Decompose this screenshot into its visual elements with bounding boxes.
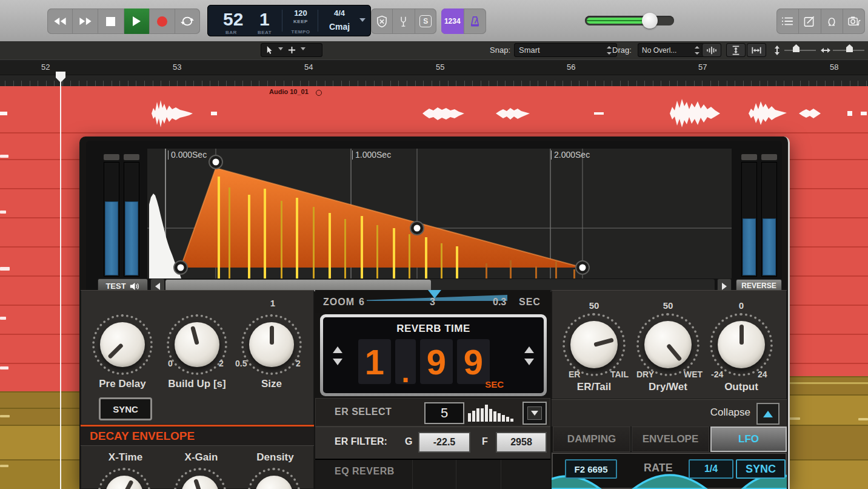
lfo-panel: F2 6695 RATE 1/4 SYNC <box>552 453 787 489</box>
er-filter-gain-field[interactable]: -22.5 <box>418 432 470 453</box>
lfo-sync-button[interactable]: SYNC <box>736 459 786 479</box>
note-pads-button[interactable] <box>799 8 821 34</box>
x-time-knob[interactable] <box>105 476 143 489</box>
tab-envelope[interactable]: ENVELOPE <box>632 427 709 452</box>
output-knob[interactable] <box>718 321 765 368</box>
lane-separator <box>0 132 868 133</box>
lcd-tempo-mode: KEEP <box>289 19 313 24</box>
decay-envelope-header: DECAY ENVELOPE <box>81 425 314 445</box>
digit-cell: 9 <box>457 339 490 384</box>
left-arrow-icon <box>155 283 160 290</box>
play-button[interactable] <box>124 8 150 34</box>
dry-wet-knob[interactable] <box>644 321 692 368</box>
lcd-beat-caption: BEAT <box>258 30 272 35</box>
x-time-label: X-Time <box>89 451 162 464</box>
media-browser-button[interactable] <box>843 8 865 34</box>
tab-damping[interactable]: DAMPING <box>553 427 630 452</box>
build-up-knob[interactable] <box>175 322 219 367</box>
zoom-max: 0.3 <box>493 297 506 308</box>
count-in-button[interactable]: 1234 <box>441 8 464 34</box>
zoom-strip: ZOOM 6 3 0.3 SEC <box>315 290 550 313</box>
envelope-display-panel: 0.000Sec1.000Sec2.000Sec TEST REVERSE <box>86 141 782 290</box>
er-select-value[interactable]: 5 <box>424 402 464 424</box>
vertical-zoom-arrow-icon <box>773 46 781 55</box>
rewind-button[interactable] <box>47 8 73 34</box>
chevron-down-icon <box>278 47 283 53</box>
size-knob[interactable] <box>249 322 294 367</box>
lfo-freq-field[interactable]: F2 6695 <box>565 459 617 479</box>
density-knob[interactable] <box>255 476 293 489</box>
region-loop-icon[interactable] <box>316 90 322 96</box>
region-name[interactable]: Audio 10_01 <box>269 88 309 95</box>
loop-browser-button[interactable] <box>821 8 844 34</box>
collapse-label: Collapse <box>710 406 750 419</box>
volume-slider-thumb[interactable] <box>642 13 658 29</box>
volume-slider[interactable] <box>585 16 674 25</box>
reverb-time-spinner-left[interactable] <box>333 346 342 365</box>
er-tail-knob[interactable] <box>570 321 618 368</box>
tail-control-point[interactable] <box>576 261 589 274</box>
horizontal-zoom-icon <box>752 46 761 55</box>
lcd-display[interactable]: 52 1 BAR BEAT 120 KEEP TEMPO 4/4 Cmaj <box>207 5 371 36</box>
reverb-envelope-graph[interactable] <box>147 149 732 278</box>
vertical-zoom-slider-thumb[interactable] <box>793 44 800 52</box>
metronome-icon <box>469 16 481 27</box>
er-select-dropdown[interactable] <box>522 402 547 425</box>
tab-lfo[interactable]: LFO <box>710 427 787 452</box>
updown-chevrons-icon <box>607 46 612 55</box>
cycle-button[interactable] <box>175 8 200 34</box>
input-meter-left <box>104 162 119 277</box>
chevron-down-icon[interactable] <box>359 18 366 25</box>
output-meter-left <box>741 162 757 277</box>
x-gain-label: X-Gain <box>165 451 238 464</box>
waveform-zoom-button[interactable] <box>702 43 721 57</box>
ruler-bar-number: 53 <box>173 62 181 72</box>
play-icon <box>132 16 141 27</box>
predelay-control-point[interactable] <box>174 261 187 274</box>
output-max-label: 24 <box>758 369 767 379</box>
zoom-mid: 3 <box>430 297 435 308</box>
record-button[interactable] <box>150 8 175 34</box>
horizontal-zoom-slider[interactable] <box>833 50 864 51</box>
logic-pro-window: 52 1 BAR BEAT 120 KEEP TEMPO 4/4 Cmaj S … <box>0 0 868 489</box>
tracks-toolbar: Snap: Smart Drag: No Overl... <box>0 41 868 60</box>
lcd-divider <box>318 10 318 32</box>
list-editors-button[interactable] <box>776 8 799 34</box>
er-filter-f-label: F <box>482 436 488 447</box>
size-label: Size <box>235 378 308 390</box>
solo-button[interactable]: S <box>415 8 436 34</box>
vertical-auto-zoom-button[interactable] <box>726 43 746 57</box>
density-label: Density <box>239 451 312 464</box>
solo-icon: S <box>419 15 432 27</box>
horizontal-zoom-slider-thumb[interactable] <box>846 44 853 52</box>
tool-menus[interactable] <box>261 43 322 57</box>
pre-delay-knob[interactable] <box>100 322 145 367</box>
stop-icon <box>106 17 115 26</box>
er-select-row: ER SELECT 5 <box>315 398 550 427</box>
mid-decay-control-point[interactable] <box>410 221 424 235</box>
vertical-zoom-slider[interactable] <box>784 50 816 51</box>
size-top-scale: 1 <box>261 298 285 308</box>
tuner-button[interactable] <box>393 8 415 34</box>
bar-ruler[interactable]: 52535455565758 <box>0 59 868 86</box>
forward-button[interactable] <box>73 8 98 34</box>
x-gain-knob[interactable] <box>181 476 219 489</box>
reverb-time-digits[interactable]: 1 . 9 9 <box>358 339 490 384</box>
sync-button[interactable]: SYNC <box>99 397 152 420</box>
metronome-button[interactable] <box>464 8 487 34</box>
lfo-rate-label: RATE <box>644 462 673 474</box>
snap-select[interactable]: Smart <box>514 43 617 57</box>
horizontal-auto-zoom-button[interactable] <box>747 43 766 57</box>
speaker-icon <box>130 282 140 291</box>
lfo-rate-field[interactable]: 1/4 <box>689 459 733 479</box>
buildup-min-scale: 0 <box>168 359 173 368</box>
reverb-time-spinner-right[interactable] <box>524 346 534 365</box>
collapse-arrow-icon <box>763 411 773 417</box>
drag-select[interactable]: No Overl... <box>638 43 704 57</box>
er-filter-freq-field[interactable]: 2958 <box>496 432 547 453</box>
collapse-button[interactable] <box>756 403 780 425</box>
no-input-monitoring-button[interactable] <box>371 8 393 34</box>
drag-value: No Overl... <box>642 46 676 55</box>
lcd-bar: 52 <box>223 9 243 30</box>
stop-button[interactable] <box>98 8 124 34</box>
